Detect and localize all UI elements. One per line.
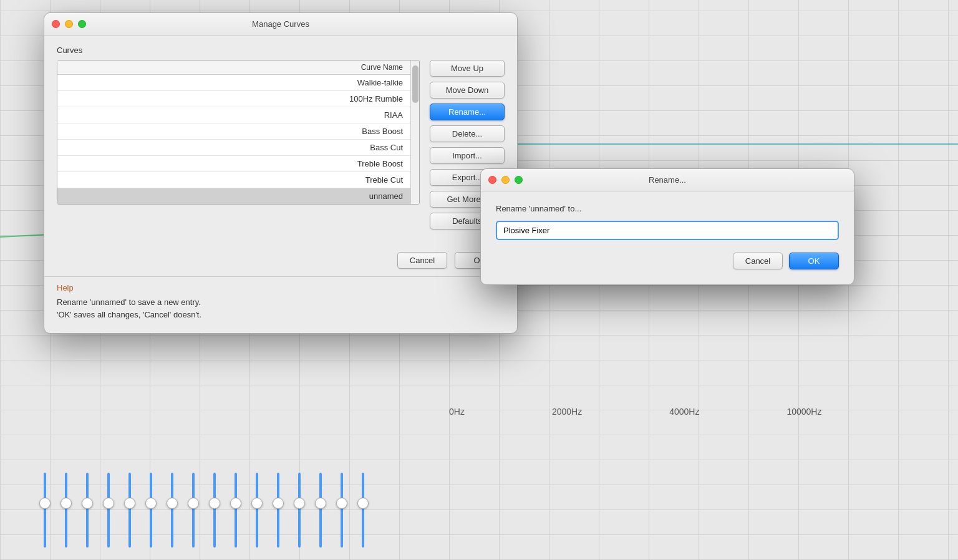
rename-cancel-button[interactable]: Cancel: [733, 253, 783, 269]
help-text-line2: 'OK' saves all changes, 'Cancel' doesn't…: [57, 310, 201, 319]
slider-12[interactable]: [277, 473, 279, 548]
slider-11[interactable]: [256, 473, 258, 548]
scrollbar-thumb[interactable]: [412, 65, 419, 103]
slider-4[interactable]: [107, 473, 110, 548]
table-row[interactable]: Treble Boost: [57, 156, 410, 172]
import-button[interactable]: Import...: [430, 147, 505, 164]
curve-name-cell: Treble Cut: [57, 172, 410, 188]
maximize-button[interactable]: [78, 20, 86, 28]
table-row[interactable]: Bass Cut: [57, 140, 410, 156]
slider-16[interactable]: [362, 473, 364, 548]
curve-name-header: Curve Name: [57, 60, 410, 75]
table-row-selected[interactable]: unnamed: [57, 188, 410, 205]
freq-label-0hz: 0Hz: [449, 407, 465, 417]
rename-ok-button[interactable]: OK: [789, 253, 839, 269]
slider-2[interactable]: [65, 473, 67, 548]
rename-titlebar: Rename...: [481, 169, 854, 191]
rename-minimize-button[interactable]: [501, 176, 510, 184]
slider-9[interactable]: [213, 473, 216, 548]
manage-curves-window: Manage Curves Curves Curve Name: [44, 12, 518, 334]
slider-5[interactable]: [128, 473, 131, 548]
slider-3[interactable]: [86, 473, 89, 548]
freq-label-10000hz: 10000Hz: [786, 407, 821, 417]
manage-curves-title: Manage Curves: [252, 19, 309, 29]
rename-close-button[interactable]: [488, 176, 496, 184]
slider-13[interactable]: [298, 473, 301, 548]
help-text: Rename 'unnamed' to save a new entry. 'O…: [57, 296, 505, 321]
table-row[interactable]: Bass Boost: [57, 123, 410, 140]
move-up-button[interactable]: Move Up: [430, 60, 505, 77]
close-button[interactable]: [52, 20, 60, 28]
sliders-area: [31, 423, 958, 560]
help-label: Help: [57, 283, 505, 292]
slider-15[interactable]: [341, 473, 343, 548]
manage-curves-cancel-button[interactable]: Cancel: [397, 252, 447, 269]
slider-1[interactable]: [44, 473, 46, 548]
curve-name-cell-selected: unnamed: [57, 188, 410, 205]
scrollbar-track[interactable]: [410, 60, 419, 204]
move-down-button[interactable]: Move Down: [430, 82, 505, 99]
rename-prompt: Rename 'unnamed' to...: [496, 204, 839, 213]
rename-input[interactable]: [496, 221, 839, 240]
freq-label-4000hz: 4000Hz: [669, 407, 699, 417]
curve-name-cell: 100Hz Rumble: [57, 91, 410, 107]
rename-button[interactable]: Rename...: [430, 104, 505, 120]
table-row[interactable]: Treble Cut: [57, 172, 410, 188]
slider-8[interactable]: [192, 473, 195, 548]
manage-curves-content: Curves Curve Name Walkie-talkie: [44, 36, 517, 242]
delete-button[interactable]: Delete...: [430, 125, 505, 142]
rename-maximize-button[interactable]: [515, 176, 523, 184]
slider-14[interactable]: [319, 473, 322, 548]
table-row[interactable]: Walkie-talkie: [57, 75, 410, 91]
freq-labels-container: 0Hz 2000Hz 4000Hz 10000Hz: [437, 407, 958, 417]
freq-label-2000hz: 2000Hz: [552, 407, 582, 417]
curve-name-cell: Walkie-talkie: [57, 75, 410, 91]
curve-name-cell: RIAA: [57, 107, 410, 123]
manage-curves-titlebar: Manage Curves: [44, 13, 517, 36]
rename-content: Rename 'unnamed' to... Cancel OK: [481, 191, 854, 284]
slider-7[interactable]: [171, 473, 173, 548]
curves-section-label: Curves: [57, 46, 505, 55]
curves-list-container: Curve Name Walkie-talkie 100Hz Rumble: [57, 60, 410, 204]
rename-dialog-title: Rename...: [649, 175, 686, 185]
slider-10[interactable]: [235, 473, 237, 548]
rename-dialog: Rename... Rename 'unnamed' to... Cancel …: [480, 168, 854, 285]
rename-window-controls: [488, 176, 523, 184]
curve-name-cell: Treble Boost: [57, 156, 410, 172]
curve-name-cell: Bass Cut: [57, 140, 410, 156]
help-section: Help Rename 'unnamed' to save a new entr…: [44, 276, 517, 333]
slider-6[interactable]: [150, 473, 152, 548]
table-row[interactable]: 100Hz Rumble: [57, 91, 410, 107]
table-row[interactable]: RIAA: [57, 107, 410, 123]
curves-list-wrapper: Curve Name Walkie-talkie 100Hz Rumble: [57, 60, 420, 205]
window-bottom-buttons: Cancel OK: [44, 242, 517, 276]
help-text-line1: Rename 'unnamed' to save a new entry.: [57, 297, 201, 307]
curves-table: Curve Name Walkie-talkie 100Hz Rumble: [57, 60, 410, 204]
minimize-button[interactable]: [65, 20, 73, 28]
window-controls: [52, 20, 86, 28]
curve-name-cell: Bass Boost: [57, 123, 410, 140]
rename-dialog-buttons: Cancel OK: [496, 253, 839, 269]
curves-body: Curve Name Walkie-talkie 100Hz Rumble: [57, 60, 505, 229]
